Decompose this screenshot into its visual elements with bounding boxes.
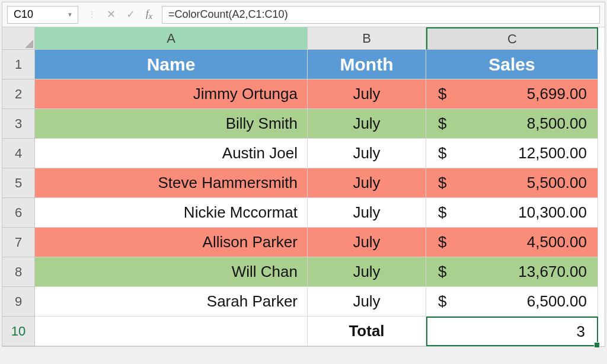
fx-icon[interactable]: fx xyxy=(146,8,152,21)
row-header-10[interactable]: 10 xyxy=(2,317,35,346)
row-header-2[interactable]: 2 xyxy=(2,79,35,109)
cell-C9[interactable]: $6,500.00 xyxy=(426,287,598,317)
cell-B2[interactable]: July xyxy=(308,79,426,109)
cell-A9[interactable]: Sarah Parker xyxy=(35,287,308,317)
dropdown-icon[interactable]: ▼ xyxy=(67,11,73,18)
spreadsheet-app: C10 ▼ ⋮ ✕ ✓ fx =ColorCount(A2,C1:C10) A … xyxy=(2,2,605,347)
column-header-C[interactable]: C xyxy=(426,27,598,50)
cell-B4[interactable]: July xyxy=(308,139,426,168)
cell-C7[interactable]: $4,500.00 xyxy=(426,228,598,257)
cell-B3[interactable]: July xyxy=(308,109,426,139)
cell-B5[interactable]: July xyxy=(308,168,426,198)
select-all-corner[interactable] xyxy=(2,27,35,50)
cell-C4[interactable]: $12,500.00 xyxy=(426,139,598,168)
cell-A3[interactable]: Billy Smith xyxy=(35,109,308,139)
cell-C10-selected[interactable]: 3 xyxy=(426,317,598,346)
cell-C8[interactable]: $13,670.00 xyxy=(426,257,598,287)
formula-text: =ColorCount(A2,C1:C10) xyxy=(168,8,288,21)
cell-A1[interactable]: Name xyxy=(35,50,308,79)
cell-A2[interactable]: Jimmy Ortunga xyxy=(35,79,308,109)
row-header-6[interactable]: 6 xyxy=(2,198,35,228)
spreadsheet-grid[interactable]: A B C 1 Name Month Sales 2 Jimmy Ortunga… xyxy=(2,27,605,346)
name-box[interactable]: C10 ▼ xyxy=(7,6,78,24)
name-box-value: C10 xyxy=(14,8,33,21)
row-header-1[interactable]: 1 xyxy=(2,50,35,79)
row-header-8[interactable]: 8 xyxy=(2,257,35,287)
cell-B9[interactable]: July xyxy=(308,287,426,317)
column-header-B[interactable]: B xyxy=(308,27,426,50)
row-header-3[interactable]: 3 xyxy=(2,109,35,139)
row-header-4[interactable]: 4 xyxy=(2,139,35,168)
formula-bar-icons: ⋮ ✕ ✓ fx xyxy=(83,8,157,21)
cell-C2[interactable]: $5,699.00 xyxy=(426,79,598,109)
cell-C3[interactable]: $8,500.00 xyxy=(426,109,598,139)
row-header-9[interactable]: 9 xyxy=(2,287,35,317)
cell-A6[interactable]: Nickie Mccormat xyxy=(35,198,308,228)
cell-A10[interactable] xyxy=(35,317,308,346)
enter-icon[interactable]: ✓ xyxy=(126,8,135,21)
row-header-5[interactable]: 5 xyxy=(2,168,35,198)
cell-C6[interactable]: $10,300.00 xyxy=(426,198,598,228)
cancel-icon[interactable]: ✕ xyxy=(107,8,116,21)
cell-A8[interactable]: Will Chan xyxy=(35,257,308,287)
cell-A7[interactable]: Allison Parker xyxy=(35,228,308,257)
cell-B8[interactable]: July xyxy=(308,257,426,287)
cell-B7[interactable]: July xyxy=(308,228,426,257)
row-header-7[interactable]: 7 xyxy=(2,228,35,257)
cell-B10[interactable]: Total xyxy=(308,317,426,346)
cell-C5[interactable]: $5,500.00 xyxy=(426,168,598,198)
cell-B1[interactable]: Month xyxy=(308,50,426,79)
cell-A5[interactable]: Steve Hammersmith xyxy=(35,168,308,198)
separator-icon: ⋮ xyxy=(88,9,96,19)
cell-C1[interactable]: Sales xyxy=(426,50,598,79)
cell-A4[interactable]: Austin Joel xyxy=(35,139,308,168)
column-header-A[interactable]: A xyxy=(35,27,308,50)
formula-bar: C10 ▼ ⋮ ✕ ✓ fx =ColorCount(A2,C1:C10) xyxy=(2,2,605,27)
formula-input[interactable]: =ColorCount(A2,C1:C10) xyxy=(162,6,600,24)
cell-B6[interactable]: July xyxy=(308,198,426,228)
